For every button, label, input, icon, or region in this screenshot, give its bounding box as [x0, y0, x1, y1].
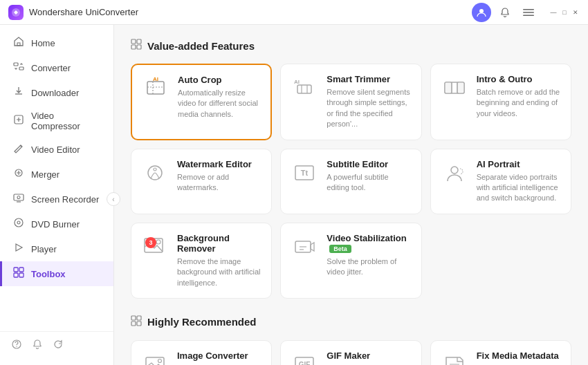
svg-rect-42 [131, 321, 136, 326]
svg-text:Tt: Tt [301, 169, 309, 177]
intro-outro-title: Intro & Outro [477, 74, 561, 84]
feature-card-video-stabilization[interactable]: Video Stabilization Beta Solve the probl… [280, 223, 421, 299]
feature-card-image-converter[interactable]: Image Converter Convert images to other … [131, 340, 272, 365]
sidebar-label-toolbox: Toolbox [31, 269, 66, 279]
sidebar-label-video-editor: Video Editor [31, 144, 80, 155]
svg-text:AI: AI [153, 76, 158, 82]
help-icon[interactable] [11, 339, 22, 353]
ai-portrait-desc: Separate video portraits with artificial… [477, 172, 561, 204]
auto-crop-icon: AI [142, 75, 169, 102]
sidebar-item-video-editor[interactable]: Video Editor [0, 137, 113, 162]
sidebar-item-video-compressor[interactable]: Video Compressor [0, 105, 113, 137]
svg-rect-7 [19, 67, 24, 70]
svg-point-38 [156, 240, 160, 244]
subtitle-editor-icon: Tt [291, 159, 318, 187]
highly-recommended-icon [131, 315, 142, 329]
titlebar-actions: — □ ✕ [472, 3, 580, 22]
ai-portrait-icon [441, 159, 468, 187]
beta-badge: Beta [329, 245, 351, 253]
app-logo [8, 5, 24, 20]
svg-point-36 [451, 167, 458, 174]
feature-card-background-remover[interactable]: 3 Background Remover Remove the image ba… [131, 223, 272, 299]
sidebar-item-merger[interactable]: Merger [0, 162, 113, 187]
menu-icon[interactable] [519, 3, 538, 22]
svg-point-45 [158, 359, 162, 362]
svg-rect-18 [19, 273, 24, 277]
sidebar-item-dvd-burner[interactable]: DVD Burner [0, 212, 113, 236]
compressor-icon [13, 114, 24, 128]
minimize-button[interactable]: — [549, 8, 558, 17]
smart-trimmer-icon: AI [291, 74, 318, 102]
smart-trimmer-desc: Remove silent segments through simple se… [327, 87, 411, 130]
svg-rect-2 [523, 9, 534, 10]
auto-crop-text: Auto Crop Automatically resize video for… [178, 75, 261, 120]
svg-rect-22 [137, 39, 141, 44]
main-layout: Home Converter Downloader [0, 25, 588, 365]
intro-outro-text: Intro & Outro Batch remove or add the be… [477, 74, 561, 119]
refresh-icon[interactable] [53, 339, 64, 353]
user-icon-button[interactable] [472, 3, 491, 22]
feature-card-fix-media-metadata[interactable]: Fix Media Metadata Auto-fix and edit met… [430, 340, 571, 365]
window-controls: — □ ✕ [548, 8, 580, 17]
feature-card-watermark-editor[interactable]: Watermark Editor Remove or add watermark… [131, 149, 272, 214]
feature-card-ai-portrait[interactable]: AI Portrait Separate video portraits wit… [430, 149, 571, 214]
feature-card-smart-trimmer[interactable]: AI Smart Trimmer Remove silent segments … [280, 64, 421, 140]
sidebar-label-home: Home [31, 38, 55, 48]
sidebar-item-player[interactable]: Player [0, 236, 113, 261]
ai-portrait-text: AI Portrait Separate video portraits wit… [477, 159, 561, 204]
bell-bottom-icon[interactable] [32, 339, 43, 353]
sidebar-label-converter: Converter [31, 63, 71, 73]
feature-card-subtitle-editor[interactable]: Tt Subtitle Editor A powerful subtitle e… [280, 149, 421, 214]
fix-media-metadata-icon [441, 350, 468, 365]
downloader-icon [13, 86, 24, 100]
sidebar-label-merger: Merger [31, 169, 59, 180]
converter-icon [13, 61, 24, 75]
player-icon [13, 242, 24, 256]
sidebar-label-downloader: Downloader [31, 88, 79, 98]
sidebar-collapse-button[interactable]: ‹ [107, 192, 120, 206]
video-stabilization-text: Video Stabilization Beta Solve the probl… [327, 233, 411, 278]
svg-point-11 [17, 196, 20, 199]
video-stabilization-icon [291, 233, 318, 261]
value-added-section-header: Value-added Features [131, 39, 571, 53]
svg-point-20 [16, 346, 17, 346]
notification-bell-icon[interactable] [495, 3, 515, 22]
svg-point-12 [15, 218, 23, 227]
background-remover-title: Background Remover [177, 233, 261, 254]
svg-rect-4 [523, 15, 534, 16]
intro-outro-desc: Batch remove or add the beginning and en… [477, 87, 561, 119]
svg-point-1 [479, 9, 484, 13]
feature-card-auto-crop[interactable]: AI Auto Crop Automatically resize video … [131, 64, 272, 140]
sidebar-item-downloader[interactable]: Downloader [0, 80, 113, 105]
close-button[interactable]: ✕ [571, 8, 580, 17]
toolbox-icon [13, 267, 24, 281]
sidebar-item-toolbox[interactable]: Toolbox [0, 261, 113, 286]
svg-rect-21 [131, 39, 136, 44]
sidebar-label-screen-recorder: Screen Recorder [31, 194, 99, 205]
watermark-editor-title: Watermark Editor [177, 159, 261, 169]
feature-card-gif-maker[interactable]: GIF GIF Maker Make GIF from videos or pi… [280, 340, 421, 365]
svg-text:GIF: GIF [299, 361, 311, 365]
maximize-button[interactable]: □ [560, 8, 569, 17]
background-remover-icon-wrap: 3 [141, 233, 169, 261]
auto-crop-title: Auto Crop [178, 75, 261, 85]
svg-rect-30 [445, 82, 452, 93]
svg-rect-15 [14, 268, 18, 272]
titlebar: Wondershare UniConverter — □ ✕ [0, 0, 588, 25]
svg-rect-24 [137, 45, 141, 49]
svg-text:AI: AI [294, 79, 300, 85]
svg-rect-25 [147, 82, 164, 94]
image-converter-icon [141, 350, 169, 365]
highly-recommended-section-header: Highly Recommended [131, 315, 571, 329]
sidebar-label-dvd-burner: DVD Burner [31, 219, 80, 230]
screen-recorder-icon [13, 192, 24, 206]
feature-card-intro-outro[interactable]: Intro & Outro Batch remove or add the be… [430, 64, 571, 140]
watermark-editor-text: Watermark Editor Remove or add watermark… [177, 159, 261, 194]
smart-trimmer-text: Smart Trimmer Remove silent segments thr… [327, 74, 411, 130]
sidebar-item-converter[interactable]: Converter [0, 55, 113, 80]
editor-icon [13, 142, 24, 156]
subtitle-editor-desc: A powerful subtitle editing tool. [327, 172, 411, 194]
sidebar-item-home[interactable]: Home [0, 30, 113, 55]
sidebar-item-screen-recorder[interactable]: Screen Recorder ‹ [0, 187, 113, 212]
sidebar-bottom [0, 331, 113, 359]
